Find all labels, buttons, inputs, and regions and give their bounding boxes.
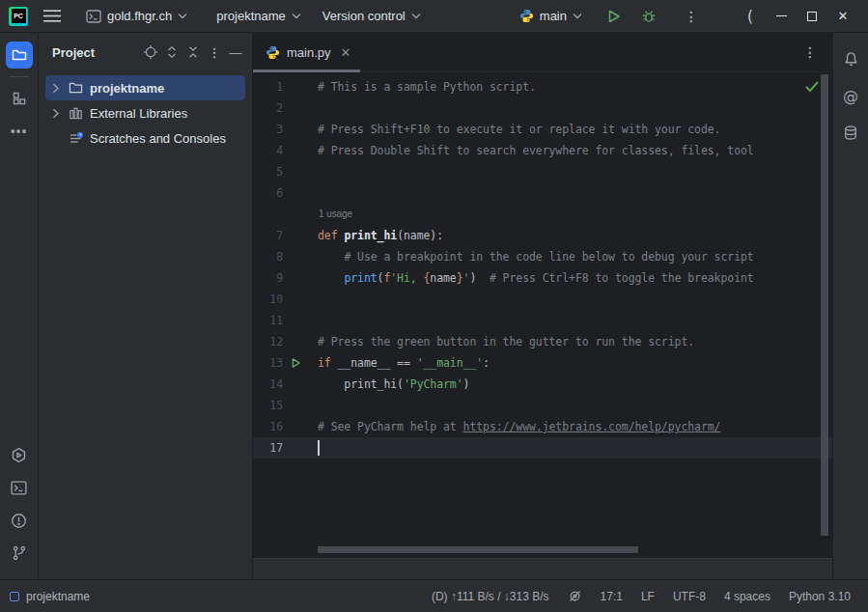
gutter[interactable]: 14	[253, 374, 318, 395]
code-line-17[interactable]: 17	[253, 437, 832, 459]
gutter[interactable]: 7	[253, 225, 318, 246]
code-line-text[interactable]: # Press Double Shift to search everywher…	[318, 140, 832, 161]
gutter[interactable]: 6	[253, 182, 318, 204]
gutter[interactable]: 4	[253, 140, 318, 161]
line-number[interactable]: 7	[253, 225, 283, 246]
tab-main-py[interactable]: main.py ✕	[253, 33, 360, 71]
code-line-text[interactable]: # Use a breakpoint in the code line belo…	[318, 246, 832, 267]
code-line-1[interactable]: 1# This is a sample Python script.	[253, 76, 832, 97]
gutter[interactable]: 9	[253, 267, 318, 289]
gutter[interactable]: 16	[253, 416, 318, 437]
vcs-widget[interactable]: Version control	[315, 4, 429, 28]
code-line-text[interactable]	[318, 310, 832, 331]
code-line-text[interactable]: # See PyCharm help at https://www.jetbra…	[318, 416, 832, 437]
gutter[interactable]: 1	[253, 76, 318, 97]
caret-position[interactable]: 17:1	[601, 590, 623, 603]
more-actions-button[interactable]: ⋮	[669, 3, 698, 30]
line-number[interactable]: 17	[253, 437, 283, 459]
statusbar-project-widget[interactable]: projektname	[10, 590, 90, 603]
gutter[interactable]: 5	[253, 161, 318, 182]
gutter[interactable]: 17	[253, 437, 318, 459]
tree-item-projektname[interactable]: projektname	[45, 75, 245, 100]
gutter[interactable]: 11	[253, 310, 318, 331]
line-number[interactable]: 8	[253, 246, 283, 267]
code-line-3[interactable]: 3# Press Shift+F10 to execute it or repl…	[253, 119, 832, 140]
code-line-5[interactable]: 5	[253, 161, 832, 182]
usage-inlay-hint[interactable]: 1 usage	[253, 204, 832, 225]
line-number[interactable]: 5	[253, 161, 283, 182]
code-line-text[interactable]	[318, 437, 832, 459]
debug-button[interactable]	[634, 3, 663, 30]
code-line-text[interactable]: # This is a sample Python script.	[318, 76, 832, 97]
gutter[interactable]: 13	[253, 352, 318, 374]
minimize-button[interactable]	[766, 3, 797, 30]
code-line-text[interactable]: # Press the green button in the gutter t…	[318, 331, 832, 352]
project-selector-widget[interactable]: projektname	[209, 4, 309, 28]
run-configuration-widget[interactable]: main	[512, 4, 590, 28]
run-line-play-icon[interactable]	[291, 357, 301, 369]
locate-file-button[interactable]	[140, 42, 161, 63]
code-line-11[interactable]: 11	[253, 310, 832, 331]
ai-assistant-button[interactable]: @	[837, 82, 864, 109]
line-number[interactable]: 15	[253, 395, 283, 416]
hide-panel-button[interactable]: —	[225, 42, 246, 63]
code-line-text[interactable]: if __name__ == '__main__':	[318, 352, 832, 374]
code-line-text[interactable]: def print_hi(name):	[318, 225, 832, 246]
line-number[interactable]: 11	[253, 310, 283, 331]
line-number[interactable]: 10	[253, 289, 283, 310]
problems-tool-button[interactable]	[6, 507, 33, 534]
gutter[interactable]: 8	[253, 246, 318, 267]
code-line-text[interactable]	[318, 161, 832, 182]
database-button[interactable]	[837, 119, 864, 146]
tree-item-external-libraries[interactable]: External Libraries	[45, 100, 245, 125]
chevron-right-icon[interactable]	[48, 108, 64, 119]
line-number[interactable]: 14	[253, 374, 283, 395]
code-line-text[interactable]: print_hi('PyCharm')	[318, 374, 832, 395]
code-line-text[interactable]	[318, 289, 832, 310]
code-line-text[interactable]: # Press Shift+F10 to execute it or repla…	[318, 119, 832, 140]
gutter[interactable]: 3	[253, 119, 318, 140]
code-line-text[interactable]: print(f'Hi, {name}') # Press Ctrl+F8 to …	[318, 267, 832, 289]
gutter[interactable]: 12	[253, 331, 318, 352]
more-tool-windows-button[interactable]: •••	[6, 118, 33, 145]
code-line-4[interactable]: 4# Press Double Shift to search everywhe…	[253, 140, 832, 161]
line-number[interactable]: 13	[253, 352, 283, 374]
panel-options-button[interactable]: ⋮	[204, 42, 225, 63]
horizontal-scrollbar[interactable]	[318, 546, 638, 553]
line-number[interactable]: 16	[253, 416, 283, 437]
tab-close-icon[interactable]: ✕	[341, 45, 351, 60]
line-number[interactable]: 12	[253, 331, 283, 352]
tree-item-scratches[interactable]: Scratches and Consoles	[45, 125, 245, 151]
code-line-16[interactable]: 16# See PyCharm help at https://www.jetb…	[253, 416, 832, 437]
code-line-12[interactable]: 12# Press the green button in the gutter…	[253, 331, 832, 352]
code-line-6[interactable]: 6	[253, 182, 832, 204]
tab-options-button[interactable]: ⋮	[803, 44, 832, 60]
collapse-all-button[interactable]	[182, 42, 204, 63]
run-button[interactable]	[600, 3, 629, 30]
code-line-13[interactable]: 13if __name__ == '__main__':	[253, 352, 832, 374]
crescent-icon[interactable]: (	[735, 3, 766, 30]
vertical-scrollbar[interactable]	[821, 74, 828, 536]
code-line-10[interactable]: 10	[253, 289, 832, 310]
structure-tool-button[interactable]	[6, 85, 33, 112]
highlighting-level-button[interactable]	[568, 589, 582, 603]
remote-host-widget[interactable]: gold.fhgr.ch	[78, 4, 195, 28]
close-button[interactable]: ✕	[827, 3, 858, 30]
notifications-button[interactable]	[837, 45, 864, 72]
expand-all-button[interactable]	[161, 42, 182, 63]
maximize-button[interactable]	[797, 3, 827, 30]
terminal-tool-button[interactable]	[6, 474, 33, 501]
services-tool-button[interactable]	[6, 441, 33, 468]
inspections-ok-check-icon[interactable]	[805, 81, 819, 93]
gutter[interactable]: 2	[253, 97, 318, 119]
main-menu-button[interactable]	[38, 3, 67, 30]
code-line-text[interactable]	[318, 97, 832, 119]
code-line-15[interactable]: 15	[253, 395, 832, 416]
gutter[interactable]: 10	[253, 289, 318, 310]
project-tool-button[interactable]	[6, 42, 33, 69]
version-control-tool-button[interactable]	[6, 540, 33, 567]
line-number[interactable]: 9	[253, 267, 283, 289]
python-interpreter[interactable]: Python 3.10	[789, 590, 851, 603]
file-encoding[interactable]: UTF-8	[673, 590, 706, 603]
code-line-14[interactable]: 14 print_hi('PyCharm')	[253, 374, 832, 395]
